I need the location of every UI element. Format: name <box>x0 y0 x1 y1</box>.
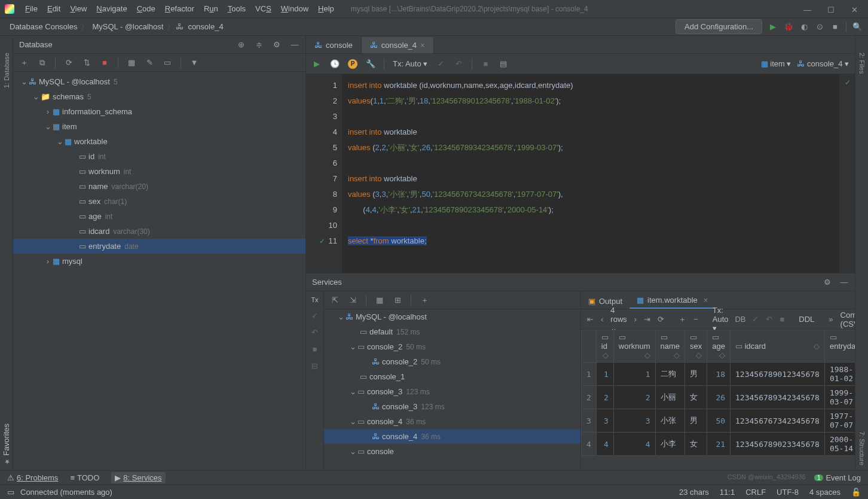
rollback-icon[interactable]: ↶ <box>454 59 463 69</box>
rollback-icon[interactable]: ↶ <box>310 327 320 337</box>
tab-structure[interactable]: 7: Structure <box>857 427 867 470</box>
svc-console[interactable]: ⌄▭console <box>324 444 580 459</box>
svc-console-3[interactable]: ⌄▭console_3123 ms <box>324 384 580 399</box>
add-icon[interactable]: ＋ <box>420 296 429 305</box>
duplicate-icon[interactable]: ⧉ <box>37 58 47 68</box>
menu-help[interactable]: Help <box>313 2 339 16</box>
ddl-button[interactable]: DDL <box>799 315 814 324</box>
target-icon[interactable]: ⊕ <box>236 40 246 50</box>
close-tab-icon[interactable]: × <box>420 41 425 50</box>
lock-icon[interactable]: 🔓 <box>851 488 861 497</box>
status-pos[interactable]: 11:1 <box>720 488 735 497</box>
pending-icon[interactable]: P <box>348 59 357 69</box>
collapse-icon[interactable]: ⇲ <box>348 296 357 305</box>
tab-console[interactable]: 🖧console <box>306 37 362 53</box>
tree-datasource[interactable]: ⌄🖧MySQL - @localhost5 <box>13 74 305 89</box>
hide-icon[interactable]: — <box>839 278 849 287</box>
menu-window[interactable]: Window <box>276 2 313 16</box>
tree-info-schema[interactable]: ›▦information_schema <box>13 104 305 119</box>
status-icon[interactable]: ▭ <box>7 488 14 497</box>
stop-icon[interactable]: ■ <box>310 344 320 354</box>
schema-selector[interactable]: ▦ item ▾ <box>761 59 791 68</box>
expand-icon[interactable]: ⇱ <box>330 296 340 305</box>
remove-icon[interactable]: ⊟ <box>310 361 320 370</box>
maximize-icon[interactable]: ☐ <box>827 5 835 13</box>
history-icon[interactable]: 🕓 <box>330 59 340 69</box>
csv-selector[interactable]: Comma-...d (CSV) ▾ <box>841 311 855 328</box>
collapse-icon[interactable]: ≑ <box>254 40 264 50</box>
run-icon[interactable]: ▶ <box>768 22 778 32</box>
sync-icon[interactable]: ⇅ <box>82 58 91 68</box>
hide-icon[interactable]: — <box>290 40 299 50</box>
execute-icon[interactable]: ▶ <box>312 59 322 69</box>
grid-icon[interactable]: ▦ <box>127 58 136 68</box>
first-page-icon[interactable]: ⇤ <box>587 315 594 324</box>
tree-col-id[interactable]: ▭idint <box>13 149 305 164</box>
todo-button[interactable]: ≡ TODO <box>70 473 99 482</box>
refresh-icon[interactable]: ⟳ <box>64 58 74 68</box>
debug-icon[interactable]: 🐞 <box>784 22 793 32</box>
tx-mode[interactable]: Tx: Auto ▾ <box>393 59 427 68</box>
tree-item[interactable]: ⌄▦item <box>13 119 305 134</box>
coverage-icon[interactable]: ◐ <box>799 22 809 32</box>
layout-icon[interactable]: ▤ <box>499 59 508 69</box>
db-icon[interactable]: DB <box>735 315 745 324</box>
svc-default[interactable]: ▭default152 ms <box>324 324 580 339</box>
table-row[interactable]: 222小丽女261234567893423456781999-03-07 <box>582 386 855 409</box>
menu-refactor[interactable]: Refactor <box>160 2 199 16</box>
commit-icon[interactable]: ✓ <box>752 315 759 324</box>
menu-run[interactable]: Run <box>199 2 223 16</box>
tab-console-4[interactable]: 🖧console_4× <box>362 37 434 53</box>
minimize-icon[interactable]: — <box>803 5 811 13</box>
menu-code[interactable]: Code <box>132 2 160 16</box>
wrench-icon[interactable]: 🔧 <box>366 59 375 69</box>
gear-icon[interactable]: ⚙ <box>823 278 832 287</box>
status-crlf[interactable]: CRLF <box>745 488 766 497</box>
cancel-icon[interactable]: ■ <box>481 59 490 69</box>
edit-icon[interactable]: ✎ <box>145 58 154 68</box>
tree-mysql[interactable]: ›▦mysql <box>13 254 305 269</box>
result-grid[interactable]: ▭ id◇ ▭ worknum◇ ▭ name◇ ▭ sex◇ ▭ age◇ ▭… <box>581 330 855 470</box>
close-icon[interactable]: ✕ <box>851 5 858 13</box>
menu-tools[interactable]: Tools <box>223 2 250 16</box>
remove-row-icon[interactable]: − <box>693 315 698 324</box>
stop-run-icon[interactable]: ■ <box>830 22 840 32</box>
crumb-0[interactable]: Database Consoles <box>6 21 81 32</box>
svc-console-4b[interactable]: 🖧console_436 ms <box>324 429 580 444</box>
tab-favorites[interactable]: ★ Favorites <box>1 419 12 470</box>
prev-page-icon[interactable]: ‹ <box>601 315 603 324</box>
menu-file[interactable]: File <box>20 2 42 16</box>
more-icon[interactable]: » <box>829 315 833 324</box>
event-log-button[interactable]: 1 Event Log <box>814 473 861 482</box>
commit-icon[interactable]: ✓ <box>436 59 445 69</box>
svc-console-2[interactable]: ⌄▭console_250 ms <box>324 339 580 354</box>
tree-col-name[interactable]: ▭namevarchar(20) <box>13 179 305 194</box>
code-editor[interactable]: 12345678910✓11 insert into worktable (id… <box>306 74 855 273</box>
svc-console-2b[interactable]: 🖧console_250 ms <box>324 354 580 369</box>
services-button[interactable]: ▶ 8: Services <box>111 472 165 483</box>
problems-button[interactable]: ⚠ 6: Problems <box>7 473 58 482</box>
tree-col-idcard[interactable]: ▭idcardvarchar(30) <box>13 224 305 239</box>
add-row-icon[interactable]: ＋ <box>678 315 686 324</box>
profile-icon[interactable]: ⊙ <box>815 22 824 32</box>
table-row[interactable]: 111二狗男181234567890123456781988-01-02 <box>582 363 855 386</box>
svc-console-1[interactable]: ▭console_1 <box>324 369 580 384</box>
query-icon[interactable]: ▭ <box>163 58 172 68</box>
stop-icon[interactable]: ■ <box>100 58 109 68</box>
last-page-icon[interactable]: ⇥ <box>644 315 650 324</box>
tree-schemas[interactable]: ⌄📁schemas5 <box>13 89 305 104</box>
tx-mode[interactable]: Tx: Auto ▾ <box>713 306 729 333</box>
crumb-1[interactable]: MySQL - @localhost <box>88 21 167 32</box>
svc-datasource[interactable]: ⌄🖧MySQL - @localhost <box>324 309 580 324</box>
tab-item-worktable[interactable]: ▦item.worktable× <box>629 293 715 309</box>
search-icon[interactable]: 🔍 <box>852 22 862 32</box>
tree-col-age[interactable]: ▭ageint <box>13 209 305 224</box>
tree-col-entrydate[interactable]: ▭entrydatedate <box>13 239 305 254</box>
status-spaces[interactable]: 4 spaces <box>809 488 841 497</box>
filter-icon[interactable]: ▼ <box>190 58 199 68</box>
row-count[interactable]: 4 rows ⌄ <box>610 306 626 333</box>
tab-files[interactable]: 2: Files <box>857 48 867 78</box>
add-icon[interactable]: ＋ <box>19 58 29 68</box>
layout-icon[interactable]: ⊞ <box>393 296 402 305</box>
close-tab-icon[interactable]: × <box>704 296 708 305</box>
